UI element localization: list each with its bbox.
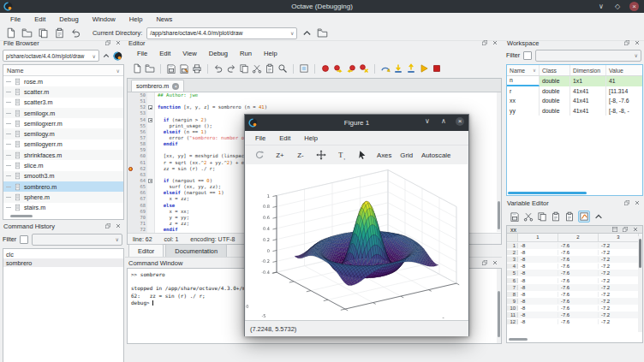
fold-margin[interactable] [147,153,155,159]
grid-column-header-2[interactable]: 2 [558,234,599,241]
grid-cell[interactable]: -7.6 [558,278,599,283]
grid-column-header-1[interactable]: 1 [518,234,558,241]
grid-cell[interactable]: -7.2 [599,278,639,283]
float-panel-icon[interactable] [623,199,630,206]
file-browser-path-combobox[interactable]: p/share/octave/4.4.0/m/plot/draw ∨ [3,50,99,62]
editor-step-out-button[interactable] [406,63,416,74]
editor-step-over-button[interactable] [380,63,391,74]
grid-cell[interactable]: -8 [518,250,558,255]
figure-z+-button[interactable]: Z+ [271,149,289,162]
breakpoint-margin[interactable] [128,209,134,215]
grid-row-header[interactable]: 6 [507,278,518,283]
figure-z--button[interactable]: Z- [291,149,310,162]
grid-cell[interactable]: -8 [518,257,558,262]
file-item-semilogyerr-m[interactable]: semilogyerr.m [3,139,123,150]
editor-duplicate-button[interactable] [239,63,249,74]
breakpoint-margin[interactable] [128,141,134,147]
grid-cell[interactable]: -8 [518,299,558,304]
variable-editor-collapse-button[interactable] [593,211,604,222]
float-panel-icon[interactable] [481,39,488,46]
editor-stop-button[interactable] [432,63,442,74]
one-directory-up-button[interactable] [102,51,110,60]
editor-menu-edit[interactable]: Edit [153,50,176,57]
editor-menu-help[interactable]: Help [258,50,283,57]
file-item-slice-m[interactable]: slice.m [3,160,123,170]
fold-margin[interactable] [147,141,155,147]
breakpoint-margin[interactable] [128,135,134,141]
variable-data-grid[interactable]: 1231-8-7.6-7.22-8-7.6-7.23-8-7.6-7.24-8-… [507,234,642,329]
file-item-scatter3-m[interactable]: scatter3.m [3,98,123,108]
horizontal-scrollbar[interactable] [10,215,33,217]
fold-margin[interactable] [147,203,155,209]
variable-editor-paste-button[interactable] [551,211,561,222]
fold-margin[interactable] [147,190,155,196]
breakpoint-margin[interactable] [128,123,134,129]
main-menu-window[interactable]: Window [86,15,122,23]
grid-cell[interactable]: -7.6 [558,306,599,311]
column-header-name[interactable]: Name∨ [507,65,540,75]
grid-cell[interactable]: -8 [518,264,558,269]
variable-tab-label[interactable]: xx [510,227,516,233]
variable-editor-vertical-scrollbar[interactable] [638,236,642,332]
fold-margin[interactable] [147,123,155,129]
breakpoint-margin[interactable] [128,203,134,209]
grid-cell[interactable]: -7.6 [558,270,599,276]
grid-cell[interactable]: -8 [518,278,558,283]
editor-cut-button[interactable] [252,63,262,74]
close-panel-icon[interactable] [115,223,122,229]
file-item-semilogx-m[interactable]: semilogx.m [3,108,123,118]
filter-combobox[interactable]: ∨ [535,50,641,62]
minimize-button[interactable]: ∨ [597,3,605,11]
grid-column-header-3[interactable]: 3 [599,234,639,241]
breakpoint-margin[interactable] [128,129,134,135]
fold-margin[interactable] [147,166,155,172]
variable-editor-plot-button[interactable] [578,211,590,223]
breakpoint-margin[interactable] [128,104,134,110]
grid-cell[interactable]: -7.6 [558,299,599,304]
grid-cell[interactable]: -7.2 [599,243,639,248]
history-item[interactable]: sombrero [3,258,123,267]
grid-row-header[interactable]: 1 [507,243,518,248]
breakpoint-margin[interactable] [128,117,134,123]
fold-marker-icon[interactable] [148,179,152,183]
grid-cell[interactable]: -8 [518,292,558,297]
horizontal-scrollbar[interactable] [508,192,587,194]
figure-pointer-button[interactable] [353,149,372,162]
grid-cell[interactable]: -8 [518,243,558,248]
breakpoint-margin[interactable] [128,196,134,202]
column-header-class[interactable]: Class [540,65,570,75]
grid-row-header[interactable]: 9 [507,299,518,304]
editor-save-button[interactable] [166,63,176,74]
figure-titlebar[interactable]: Figure 1 ∨ ∧ × [245,115,468,131]
breakpoint-margin[interactable] [128,110,134,116]
fold-margin[interactable] [147,172,155,178]
file-item-sphere-m[interactable]: sphere.m [3,192,123,202]
fold-margin[interactable] [147,147,155,153]
figure-text-tool-button[interactable]: T, [332,149,351,162]
grid-cell[interactable]: -7.6 [558,312,599,317]
grid-row-header[interactable]: 2 [507,250,518,255]
figure-menu-help[interactable]: Help [297,134,325,142]
grid-cell[interactable]: -8 [518,306,558,311]
grid-cell[interactable]: -7.6 [558,292,599,297]
column-header-value[interactable]: Value [606,65,642,75]
workspace-variable-xx[interactable]: xxdouble41x41[-8, -7.6 [507,96,642,106]
float-panel-icon[interactable] [104,39,111,46]
fold-margin[interactable] [147,221,155,227]
file-item-stairs-m[interactable]: stairs.m [3,203,123,213]
main-menu-news[interactable]: News [149,15,179,23]
file-item-smooth3-m[interactable]: smooth3.m [3,171,123,181]
file-item-scatter-m[interactable]: scatter.m [3,86,123,97]
figure-menu-edit[interactable]: Edit [272,134,297,142]
grid-cell[interactable]: -8 [518,319,558,324]
grid-cell[interactable]: -7.2 [599,312,639,317]
close-tab-icon[interactable]: × [172,83,179,90]
breakpoint-margin[interactable] [128,178,134,184]
main-menu-edit[interactable]: Edit [27,15,52,23]
grid-cell[interactable]: -7.2 [599,264,639,269]
grid-cell[interactable]: -8 [518,312,558,317]
filter-checkbox[interactable] [523,51,532,60]
file-item-semilogxerr-m[interactable]: semilogxerr.m [3,118,123,128]
breakpoint-margin[interactable] [128,153,134,159]
grid-row-header[interactable]: 3 [507,257,518,262]
